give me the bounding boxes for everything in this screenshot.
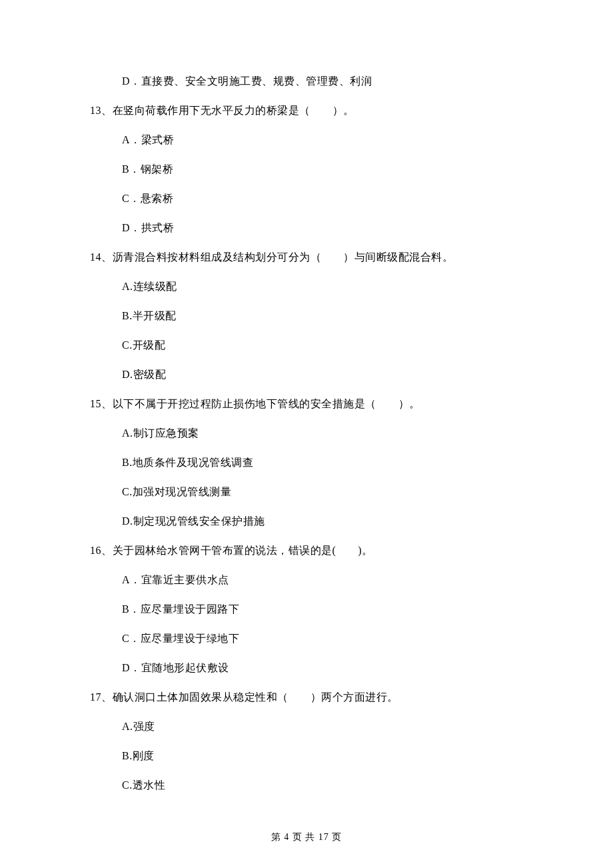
q13-option-a: A．梁式桥 (90, 132, 523, 148)
q16-option-c: C．应尽量埋设于绿地下 (90, 631, 523, 647)
q14-option-b: B.半开级配 (90, 308, 523, 324)
page-footer: 第 4 页 共 17 页 (0, 830, 613, 844)
q15-option-c: C.加强对现况管线测量 (90, 484, 523, 500)
q17-option-b: B.刚度 (90, 748, 523, 764)
q17-option-a: A.强度 (90, 719, 523, 735)
q13-option-c: C．悬索桥 (90, 191, 523, 207)
q16-option-a: A．宜靠近主要供水点 (90, 572, 523, 588)
q17-stem: 17、确认洞口土体加固效果从稳定性和（ ）两个方面进行。 (90, 689, 523, 705)
q17-option-c: C.透水性 (90, 777, 523, 793)
page-content: D．直接费、安全文明施工费、规费、管理费、利润 13、在竖向荷载作用下无水平反力… (0, 0, 613, 793)
q14-option-c: C.开级配 (90, 337, 523, 353)
q16-option-b: B．应尽量埋设于园路下 (90, 601, 523, 617)
q14-option-d: D.密级配 (90, 367, 523, 383)
q15-option-d: D.制定现况管线安全保护措施 (90, 513, 523, 529)
q15-stem: 15、以下不属于开挖过程防止损伤地下管线的安全措施是（ ）。 (90, 396, 523, 412)
q14-option-a: A.连续级配 (90, 279, 523, 295)
q13-stem: 13、在竖向荷载作用下无水平反力的桥梁是（ ）。 (90, 103, 523, 119)
q16-stem: 16、关于园林给水管网干管布置的说法，错误的是( )。 (90, 543, 523, 559)
q12-option-d: D．直接费、安全文明施工费、规费、管理费、利润 (90, 73, 523, 89)
q15-option-b: B.地质条件及现况管线调查 (90, 455, 523, 471)
q14-stem: 14、沥青混合料按材料组成及结构划分可分为（ ）与间断级配混合料。 (90, 249, 523, 265)
q16-option-d: D．宜随地形起伏敷设 (90, 660, 523, 676)
q13-option-d: D．拱式桥 (90, 220, 523, 236)
q13-option-b: B．钢架桥 (90, 161, 523, 177)
q15-option-a: A.制订应急预案 (90, 425, 523, 441)
